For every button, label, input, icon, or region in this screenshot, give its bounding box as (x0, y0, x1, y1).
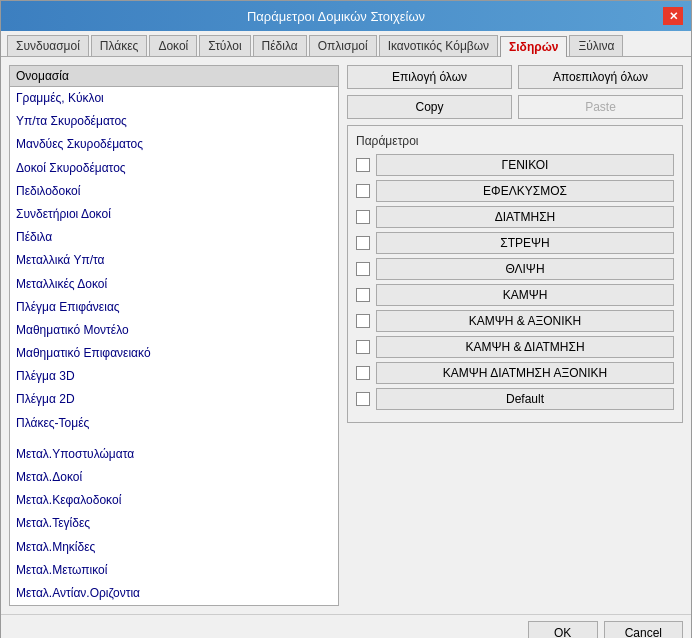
tab-στύλοι[interactable]: Στύλοι (199, 35, 250, 56)
tab-πλάκες[interactable]: Πλάκες (91, 35, 148, 56)
tab-ξύλινα[interactable]: Ξύλινα (569, 35, 623, 56)
dialog-title: Παράμετροι Δομικών Στοιχείων (9, 9, 663, 24)
param-button[interactable]: ΓΕΝΙΚΟΙ (376, 154, 674, 176)
select-all-button[interactable]: Επιλογή όλων (347, 65, 512, 89)
param-row: ΘΛΙΨΗ (356, 258, 674, 280)
param-row: ΚΑΜΨΗ (356, 284, 674, 306)
param-button[interactable]: ΣΤΡΕΨΗ (376, 232, 674, 254)
main-dialog: Παράμετροι Δομικών Στοιχείων ✕ Συνδυασμο… (0, 0, 692, 638)
list-item[interactable]: Μεταλ.Κεφαλοδοκοί (10, 489, 338, 512)
list-item[interactable]: Πλέγμα 2D (10, 388, 338, 411)
cancel-button[interactable]: Cancel (604, 621, 683, 638)
param-checkbox[interactable] (356, 236, 370, 250)
param-checkbox[interactable] (356, 184, 370, 198)
tab-οπλισμοί[interactable]: Οπλισμοί (309, 35, 377, 56)
param-button[interactable]: ΕΦΕΛΚΥΣΜΟΣ (376, 180, 674, 202)
title-bar: Παράμετροι Δομικών Στοιχείων ✕ (1, 1, 691, 31)
list-container[interactable]: Γραμμές, ΚύκλοιΥπ/τα ΣκυροδέματοςΜανδύες… (10, 87, 338, 605)
list-item[interactable]: Συνδετήριοι Δοκοί (10, 203, 338, 226)
list-item[interactable]: Δοκοί Σκυροδέματος (10, 157, 338, 180)
param-checkbox[interactable] (356, 158, 370, 172)
right-panel: Επιλογή όλων Αποεπιλογή όλων Copy Paste … (347, 65, 683, 606)
param-checkbox[interactable] (356, 392, 370, 406)
list-item[interactable]: Μεταλλικά Υπ/τα (10, 249, 338, 272)
param-row: ΕΦΕΛΚΥΣΜΟΣ (356, 180, 674, 202)
tab-δοκοί[interactable]: Δοκοί (149, 35, 197, 56)
list-item[interactable]: Μεταλ.Δοκοί (10, 466, 338, 489)
list-item[interactable]: Μεταλ.Μετωπικοί (10, 559, 338, 582)
left-panel: Ονομασία Γραμμές, ΚύκλοιΥπ/τα Σκυροδέματ… (9, 65, 339, 606)
paste-button[interactable]: Paste (518, 95, 683, 119)
list-section-gap (10, 435, 338, 443)
param-button[interactable]: ΔΙΑΤΜΗΣΗ (376, 206, 674, 228)
list-item[interactable]: Πεδιλοδοκοί (10, 180, 338, 203)
content-area: Ονομασία Γραμμές, ΚύκλοιΥπ/τα Σκυροδέματ… (1, 57, 691, 614)
list-item[interactable]: Πλέγμα Επιφάνειας (10, 296, 338, 319)
list-header: Ονομασία (10, 66, 338, 87)
param-checkbox[interactable] (356, 210, 370, 224)
list-item[interactable]: Μεταλ.Μηκίδες (10, 536, 338, 559)
tab-συνδυασμοί[interactable]: Συνδυασμοί (7, 35, 89, 56)
params-rows: ΓΕΝΙΚΟΙΕΦΕΛΚΥΣΜΟΣΔΙΑΤΜΗΣΗΣΤΡΕΨΗΘΛΙΨΗΚΑΜΨ… (356, 154, 674, 410)
close-button[interactable]: ✕ (663, 7, 683, 25)
list-item[interactable]: Υπ/τα Σκυροδέματος (10, 110, 338, 133)
param-button[interactable]: ΚΑΜΨΗ & ΑΞΟΝΙΚΗ (376, 310, 674, 332)
param-row: ΚΑΜΨΗ ΔΙΑΤΜΗΣΗ ΑΞΟΝΙΚΗ (356, 362, 674, 384)
list-item[interactable]: Μεταλ.Τεγίδες (10, 512, 338, 535)
list-item[interactable]: Μαθηματικό Μοντέλο (10, 319, 338, 342)
param-button[interactable]: ΚΑΜΨΗ (376, 284, 674, 306)
list-item[interactable]: Μεταλλικές Δοκοί (10, 273, 338, 296)
param-checkbox[interactable] (356, 314, 370, 328)
top-buttons-row: Επιλογή όλων Αποεπιλογή όλων (347, 65, 683, 89)
list-item[interactable]: Πλάκες-Τομές (10, 412, 338, 435)
tab-ικανοτικός-κόμβων[interactable]: Ικανοτικός Κόμβων (379, 35, 498, 56)
tab-σιδηρών[interactable]: Σιδηρών (500, 36, 567, 57)
param-row: ΚΑΜΨΗ & ΔΙΑΤΜΗΣΗ (356, 336, 674, 358)
param-checkbox[interactable] (356, 340, 370, 354)
param-button[interactable]: Default (376, 388, 674, 410)
list-item[interactable]: Πέδιλα (10, 226, 338, 249)
deselect-all-button[interactable]: Αποεπιλογή όλων (518, 65, 683, 89)
list-item[interactable]: Μεταλ.Αντίαν.Οριζοντια (10, 582, 338, 605)
list-item[interactable]: Μαθηματικό Επιφανειακό (10, 342, 338, 365)
tab-bar: ΣυνδυασμοίΠλάκεςΔοκοίΣτύλοιΠέδιλαΟπλισμο… (1, 31, 691, 57)
list-item[interactable]: Πλέγμα 3D (10, 365, 338, 388)
copy-button[interactable]: Copy (347, 95, 512, 119)
param-button[interactable]: ΚΑΜΨΗ & ΔΙΑΤΜΗΣΗ (376, 336, 674, 358)
param-row: ΚΑΜΨΗ & ΑΞΟΝΙΚΗ (356, 310, 674, 332)
list-item[interactable]: Γραμμές, Κύκλοι (10, 87, 338, 110)
param-row: ΣΤΡΕΨΗ (356, 232, 674, 254)
bottom-bar: OK Cancel (1, 614, 691, 638)
param-checkbox[interactable] (356, 366, 370, 380)
param-row: ΔΙΑΤΜΗΣΗ (356, 206, 674, 228)
param-row: ΓΕΝΙΚΟΙ (356, 154, 674, 176)
copy-paste-row: Copy Paste (347, 95, 683, 119)
param-row: Default (356, 388, 674, 410)
param-checkbox[interactable] (356, 262, 370, 276)
param-checkbox[interactable] (356, 288, 370, 302)
tab-πέδιλα[interactable]: Πέδιλα (253, 35, 307, 56)
list-item[interactable]: Μεταλ.Υποστυλώματα (10, 443, 338, 466)
params-label: Παράμετροι (356, 134, 674, 148)
param-button[interactable]: ΚΑΜΨΗ ΔΙΑΤΜΗΣΗ ΑΞΟΝΙΚΗ (376, 362, 674, 384)
list-item[interactable]: Μανδύες Σκυροδέματος (10, 133, 338, 156)
param-button[interactable]: ΘΛΙΨΗ (376, 258, 674, 280)
ok-button[interactable]: OK (528, 621, 598, 638)
params-group: Παράμετροι ΓΕΝΙΚΟΙΕΦΕΛΚΥΣΜΟΣΔΙΑΤΜΗΣΗΣΤΡΕ… (347, 125, 683, 423)
